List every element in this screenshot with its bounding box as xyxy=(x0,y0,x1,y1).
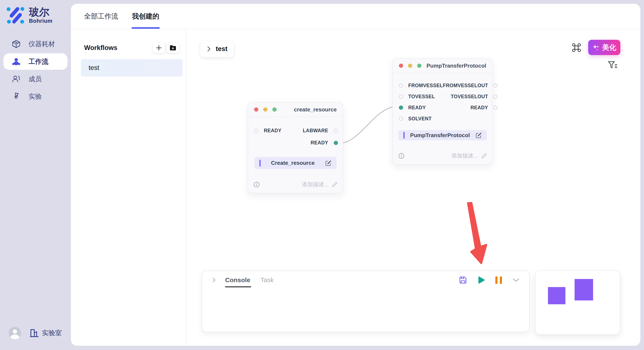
dot-green[interactable] xyxy=(417,64,422,68)
sparkles-icon xyxy=(592,44,600,51)
collapse-console-button[interactable] xyxy=(512,278,520,283)
minimap-node xyxy=(574,279,593,301)
canvas-minimap[interactable] xyxy=(535,270,620,335)
plus-icon xyxy=(156,45,162,51)
brand-name-en: Bohrium xyxy=(29,18,52,24)
workflow-list-item-test[interactable]: test xyxy=(81,59,183,77)
node-pump-transfer-protocol[interactable]: PumpTransferProtocol FROMVESSEL TOVESSEL… xyxy=(392,58,492,165)
node-header: PumpTransferProtocol xyxy=(393,59,492,73)
import-folder-button[interactable] xyxy=(166,42,179,53)
node-task-pill[interactable]: PumpTransferProtocol xyxy=(398,130,487,140)
output-port-handle-ready[interactable] xyxy=(493,105,498,110)
filter-icon xyxy=(608,61,618,70)
node-header: create_resource xyxy=(248,103,343,117)
workflow-tabs: 全部工作流 我创建的 xyxy=(71,4,640,29)
port-row: TOVESSELOUT xyxy=(443,91,497,102)
layout-command-button[interactable] xyxy=(572,42,582,53)
workflow-icon xyxy=(12,57,20,66)
sidebar-item-workflow[interactable]: 工作流 xyxy=(4,53,68,70)
sidebar-item-instruments[interactable]: 仪器耗材 xyxy=(0,35,71,53)
beautify-label: 美化 xyxy=(602,43,616,52)
dot-green[interactable] xyxy=(272,107,277,112)
minimap-node xyxy=(548,287,566,304)
sidebar-item-experiments[interactable]: 实验 xyxy=(0,88,71,105)
save-button[interactable] xyxy=(459,276,467,284)
input-port-handle-solvent[interactable] xyxy=(399,117,403,121)
command-icon xyxy=(572,43,581,52)
sidebar: 玻尔 Bohrium 仪器耗材 xyxy=(0,0,71,350)
edge-create-resource-to-pump xyxy=(336,103,400,149)
dot-red[interactable] xyxy=(399,64,403,68)
save-icon xyxy=(459,276,467,284)
chevron-right-icon xyxy=(206,46,212,52)
edit-icon[interactable] xyxy=(475,132,482,138)
pencil-icon xyxy=(481,153,487,159)
brand-logo[interactable]: 玻尔 Bohrium xyxy=(6,6,52,24)
output-port-handle-labware[interactable] xyxy=(334,129,338,133)
dot-yellow[interactable] xyxy=(263,107,268,112)
edit-icon[interactable] xyxy=(325,160,331,166)
info-icon[interactable] xyxy=(254,181,260,187)
traffic-dots xyxy=(399,64,422,68)
lab-switcher[interactable]: 实验室 xyxy=(30,328,62,338)
breadcrumb-label: test xyxy=(216,45,228,53)
console-panel: Console Task xyxy=(202,270,530,332)
sidebar-footer: 实验室 xyxy=(9,327,62,339)
input-port-handle-ready[interactable] xyxy=(254,129,258,133)
sidebar-nav: 仪器耗材 工作流 成员 xyxy=(0,35,71,105)
input-port-handle-tovessel[interactable] xyxy=(399,94,403,99)
workflows-header: Workflows xyxy=(84,42,179,53)
tab-console[interactable]: Console xyxy=(225,276,250,284)
members-icon xyxy=(12,75,20,83)
sidebar-item-label: 工作流 xyxy=(28,57,48,66)
node-create-resource[interactable]: create_resource READY LABWARE READY xyxy=(248,102,343,193)
port-row: READY xyxy=(254,125,296,137)
info-icon[interactable] xyxy=(398,153,404,159)
node-task-pill[interactable]: Create_resource xyxy=(254,157,336,169)
port-row: FROMVESSELOUT xyxy=(443,80,497,91)
node-title: create_resource xyxy=(294,106,337,113)
tab-all-workflows[interactable]: 全部工作流 xyxy=(84,4,118,29)
input-port-handle-ready[interactable] xyxy=(399,105,403,110)
pause-icon xyxy=(495,276,502,284)
port-row: TOVESSEL xyxy=(399,91,443,102)
add-workflow-button[interactable] xyxy=(152,42,165,53)
description-placeholder[interactable]: 添加描述... xyxy=(451,152,487,160)
workflows-title: Workflows xyxy=(84,44,117,52)
beautify-button[interactable]: 美化 xyxy=(588,40,620,55)
port-row: FROMVESSEL xyxy=(399,80,443,91)
user-avatar[interactable] xyxy=(9,327,21,339)
output-port-handle-fromvesselout[interactable] xyxy=(493,83,498,88)
run-button[interactable] xyxy=(478,276,485,284)
canvas-breadcrumb[interactable]: test xyxy=(200,40,234,57)
dot-red[interactable] xyxy=(254,107,258,112)
annotation-arrow xyxy=(454,196,492,268)
sidebar-item-label: 实验 xyxy=(28,92,42,101)
sidebar-item-members[interactable]: 成员 xyxy=(0,70,71,88)
chevron-down-icon xyxy=(512,278,520,283)
pause-button[interactable] xyxy=(495,276,502,284)
folder-download-icon xyxy=(170,45,176,51)
port-row: SOLVENT xyxy=(399,113,443,124)
output-port-handle-tovesselout[interactable] xyxy=(493,94,498,99)
lab-label: 实验室 xyxy=(42,329,62,338)
console-expand-chevron-icon[interactable] xyxy=(212,277,216,283)
bohrium-logo-icon xyxy=(6,6,25,24)
dot-yellow[interactable] xyxy=(408,64,412,68)
sidebar-item-label: 仪器耗材 xyxy=(28,39,55,48)
node-title: PumpTransferProtocol xyxy=(426,62,486,69)
workflow-item-name: test xyxy=(88,64,99,72)
description-placeholder[interactable]: 添加描述... xyxy=(302,181,338,188)
tab-task[interactable]: Task xyxy=(260,276,274,284)
pencil-icon xyxy=(332,181,338,187)
workflows-panel: Workflows xyxy=(71,29,186,346)
sidebar-item-label: 成员 xyxy=(28,75,42,84)
input-port-handle-fromvessel[interactable] xyxy=(399,83,403,88)
building-icon xyxy=(30,328,39,338)
port-row: LABWARE xyxy=(296,125,338,137)
main-panel: 全部工作流 我创建的 Workflows xyxy=(71,4,640,346)
tab-my-created[interactable]: 我创建的 xyxy=(132,4,159,29)
output-port-handle-ready[interactable] xyxy=(334,141,338,145)
box-icon xyxy=(12,40,20,48)
filter-button[interactable] xyxy=(608,60,618,70)
